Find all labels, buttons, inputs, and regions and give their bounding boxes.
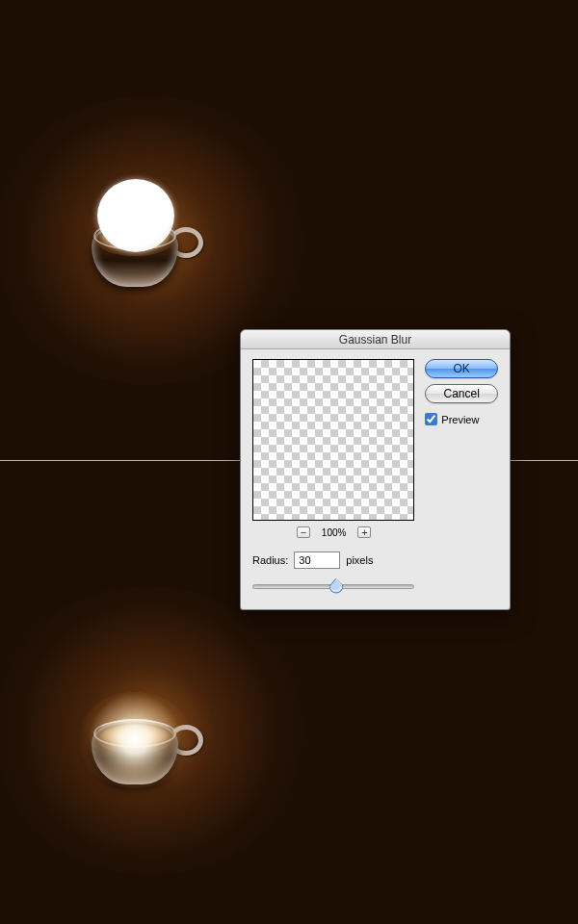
preview-checkbox[interactable] xyxy=(425,413,437,425)
cancel-label: Cancel xyxy=(443,387,479,400)
radius-input[interactable] xyxy=(294,552,340,569)
gaussian-blur-dialog: Gaussian Blur − 100% + OK xyxy=(240,329,511,610)
coffee-cup xyxy=(92,719,178,786)
highlight-shape-before xyxy=(97,179,174,252)
dialog-titlebar[interactable]: Gaussian Blur xyxy=(241,330,510,349)
filter-preview[interactable] xyxy=(252,359,414,521)
slider-thumb-icon xyxy=(329,578,343,594)
slider-thumb[interactable] xyxy=(329,578,343,594)
preview-label: Preview xyxy=(441,414,479,425)
radius-label: Radius: xyxy=(252,554,288,566)
cancel-button[interactable]: Cancel xyxy=(425,384,498,403)
plus-icon: + xyxy=(361,527,367,538)
zoom-level: 100% xyxy=(322,527,347,538)
zoom-out-button[interactable]: − xyxy=(297,526,310,538)
dialog-title: Gaussian Blur xyxy=(339,333,411,346)
ok-button[interactable]: OK xyxy=(425,359,498,378)
minus-icon: − xyxy=(301,527,306,538)
radius-unit: pixels xyxy=(346,554,373,566)
radius-slider[interactable] xyxy=(252,578,414,594)
preview-checkbox-row[interactable]: Preview xyxy=(425,413,498,425)
ok-label: OK xyxy=(453,362,469,375)
cup-coffee xyxy=(98,725,171,752)
zoom-in-button[interactable]: + xyxy=(357,526,371,538)
